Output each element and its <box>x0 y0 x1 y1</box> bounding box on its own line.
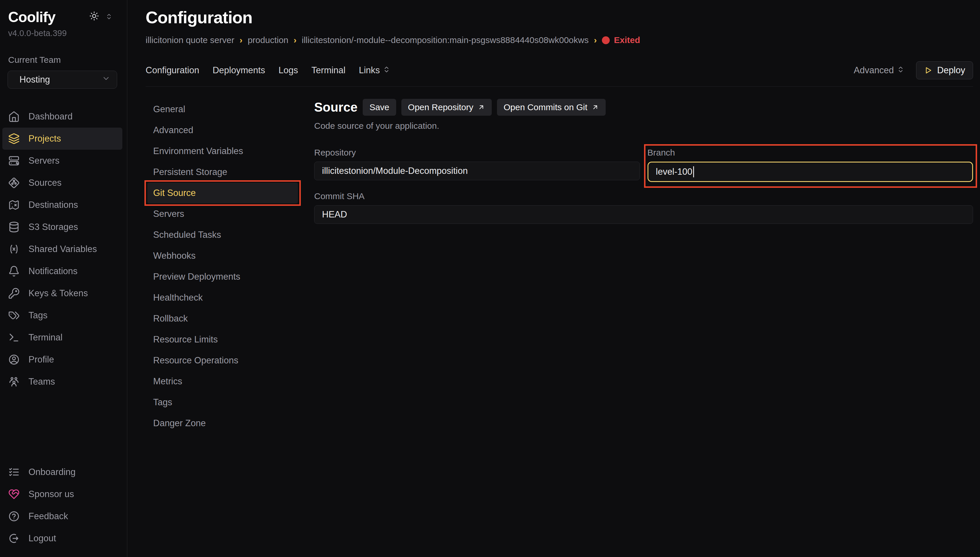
open-repository-button[interactable]: Open Repository <box>401 99 492 116</box>
source-heading: Source <box>314 100 358 114</box>
sidebar-item-notifications[interactable]: Notifications <box>2 260 122 282</box>
breadcrumb-separator: › <box>594 35 596 45</box>
subnav-item-preview-deployments[interactable]: Preview Deployments <box>147 266 298 287</box>
advanced-label: Advanced <box>854 65 894 76</box>
sidebar-item-tags[interactable]: Tags <box>2 305 122 326</box>
tab-label: Configuration <box>146 65 199 76</box>
open-commits-label: Open Commits on Git <box>504 102 587 112</box>
sidebar-item-label: Logout <box>28 533 56 544</box>
tab-links[interactable]: Links <box>359 65 390 76</box>
sidebar-item-keys-tokens[interactable]: Keys & Tokens <box>2 282 122 305</box>
tab-deployments[interactable]: Deployments <box>213 65 265 76</box>
breadcrumb-resource[interactable]: illicitestonion/-module--decomposition:m… <box>302 35 588 45</box>
breadcrumb-environment[interactable]: production <box>248 35 288 45</box>
subnav-item-git-source[interactable]: Git Source <box>147 182 298 204</box>
sidebar-item-s3-storages[interactable]: S3 Storages <box>2 216 122 238</box>
sidebar-item-label: Onboarding <box>28 467 76 477</box>
subnav-item-environment-variables[interactable]: Environment Variables <box>147 141 298 162</box>
sidebar-item-label: Terminal <box>28 332 62 343</box>
sidebar-item-label: Profile <box>28 354 54 365</box>
page-title: Configuration <box>146 8 973 27</box>
sidebar-item-logout[interactable]: Logout <box>2 527 122 549</box>
sidebar-item-dashboard[interactable]: Dashboard <box>2 106 122 128</box>
deploy-button[interactable]: Deploy <box>916 61 973 79</box>
text-caret <box>693 166 694 178</box>
sidebar-item-feedback[interactable]: Feedback <box>2 505 122 527</box>
theme-toggle-sun-icon[interactable] <box>89 11 99 23</box>
subnav-item-advanced[interactable]: Advanced <box>147 120 298 141</box>
sidebar-item-sponsor-us[interactable]: Sponsor us <box>2 483 122 505</box>
commit-sha-field-group: Commit SHA <box>314 191 973 224</box>
sidebar-item-label: Shared Variables <box>28 244 97 254</box>
subnav-item-rollback[interactable]: Rollback <box>147 308 298 329</box>
subnav-item-scheduled-tasks[interactable]: Scheduled Tasks <box>147 225 298 245</box>
sidebar-item-projects[interactable]: Projects <box>2 128 122 150</box>
subnav-item-label: Advanced <box>153 125 193 135</box>
breadcrumb: illicitonion quote server › production ›… <box>146 35 973 45</box>
repository-input[interactable] <box>314 162 640 180</box>
tabs: ConfigurationDeploymentsLogsTerminalLink… <box>146 65 390 76</box>
status-dot-icon <box>602 36 610 44</box>
subnav-item-danger-zone[interactable]: Danger Zone <box>147 413 298 434</box>
source-description: Code source of your application. <box>314 121 973 131</box>
advanced-dropdown[interactable]: Advanced <box>854 65 904 76</box>
subnav-item-label: Healthcheck <box>153 292 203 303</box>
subnav-item-label: Resource Operations <box>153 355 238 366</box>
subnav-item-resource-operations[interactable]: Resource Operations <box>147 350 298 371</box>
breadcrumb-project[interactable]: illicitonion quote server <box>146 35 234 45</box>
heart-handshake-icon <box>8 489 20 500</box>
play-icon <box>924 66 933 75</box>
sidebar-footer-nav: OnboardingSponsor usFeedbackLogout <box>0 461 127 549</box>
open-commits-button[interactable]: Open Commits on Git <box>497 99 606 116</box>
sidebar-item-label: Teams <box>28 376 55 387</box>
subnav-item-label: General <box>153 104 185 114</box>
sidebar-item-destinations[interactable]: Destinations <box>2 194 122 216</box>
config-subnav: GeneralAdvancedEnvironment VariablesPers… <box>146 99 302 434</box>
sidebar-item-shared-variables[interactable]: Shared Variables <box>2 238 122 260</box>
sidebar-item-teams[interactable]: Teams <box>2 371 122 393</box>
branch-input[interactable]: level-100 <box>647 162 973 182</box>
subnav-item-servers[interactable]: Servers <box>147 204 298 225</box>
sidebar-item-label: Servers <box>28 156 60 166</box>
tab-label: Terminal <box>312 65 346 76</box>
branch-field-group: Branch level-100 <box>647 148 973 182</box>
tab-configuration[interactable]: Configuration <box>146 65 199 76</box>
commit-sha-label: Commit SHA <box>314 191 973 201</box>
subnav-item-webhooks[interactable]: Webhooks <box>147 245 298 266</box>
subnav-item-tags[interactable]: Tags <box>147 392 298 413</box>
sidebar-item-terminal[interactable]: Terminal <box>2 326 122 349</box>
repository-field-group: Repository <box>314 148 640 182</box>
sidebar-item-servers[interactable]: Servers <box>2 150 122 172</box>
subnav-item-label: Git Source <box>153 188 196 198</box>
subnav-item-label: Danger Zone <box>153 418 206 428</box>
subnav-item-label: Environment Variables <box>153 146 243 156</box>
subnav-item-healthcheck[interactable]: Healthcheck <box>147 287 298 308</box>
subnav-item-metrics[interactable]: Metrics <box>147 371 298 392</box>
sidebar-item-profile[interactable]: Profile <box>2 349 122 371</box>
theme-chevrons-icon[interactable] <box>106 12 112 23</box>
sidebar-item-label: S3 Storages <box>28 222 78 232</box>
tab-logs[interactable]: Logs <box>278 65 298 76</box>
repository-label: Repository <box>314 148 640 158</box>
current-team-label: Current Team <box>0 55 127 65</box>
sidebar-item-label: Dashboard <box>28 111 73 122</box>
variable-icon <box>8 243 20 255</box>
bell-icon <box>8 265 20 277</box>
sidebar-item-sources[interactable]: Sources <box>2 172 122 194</box>
breadcrumb-separator: › <box>294 35 296 45</box>
sidebar-item-label: Notifications <box>28 266 78 277</box>
team-select[interactable]: Hosting <box>8 71 117 89</box>
subnav-item-label: Rollback <box>153 313 188 324</box>
sidebar-item-label: Destinations <box>28 200 78 210</box>
tab-terminal[interactable]: Terminal <box>312 65 346 76</box>
subnav-item-resource-limits[interactable]: Resource Limits <box>147 329 298 350</box>
sidebar-item-onboarding[interactable]: Onboarding <box>2 461 122 483</box>
home-icon <box>8 111 20 122</box>
sidebar-item-label: Keys & Tokens <box>28 288 88 298</box>
sidebar-item-label: Feedback <box>28 511 68 521</box>
save-label: Save <box>369 102 389 112</box>
save-button[interactable]: Save <box>363 99 396 116</box>
commit-sha-input[interactable] <box>314 205 973 224</box>
subnav-item-persistent-storage[interactable]: Persistent Storage <box>147 162 298 182</box>
subnav-item-general[interactable]: General <box>147 99 298 120</box>
